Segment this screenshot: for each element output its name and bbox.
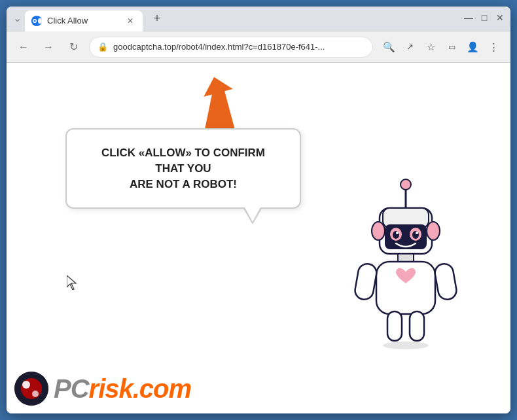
browser-tab[interactable]: Click Allow ✕ — [25, 10, 143, 31]
svg-rect-21 — [434, 262, 458, 301]
svg-point-17 — [427, 222, 440, 240]
svg-marker-29 — [67, 275, 76, 290]
tab-close-button[interactable]: ✕ — [124, 15, 136, 27]
search-icon[interactable]: 🔍 — [380, 38, 398, 56]
menu-icon[interactable]: ⋮ — [484, 38, 503, 56]
window-controls: — □ ✕ — [463, 12, 505, 26]
svg-rect-18 — [398, 254, 414, 262]
bookmark-icon[interactable]: ☆ — [421, 38, 440, 56]
url-bar[interactable]: 🔒 goodcaptcha.top/robot4/index.html?c=d1… — [89, 37, 373, 58]
svg-point-16 — [372, 222, 385, 240]
mouse-cursor — [67, 275, 79, 293]
tab-title: Click Allow — [47, 16, 119, 26]
svg-point-6 — [401, 179, 411, 190]
svg-rect-20 — [353, 262, 378, 301]
sidebar-icon[interactable]: ▭ — [442, 38, 461, 56]
bubble-text: CLICK «ALLOW» TO CONFIRM THAT YOU ARE NO… — [86, 145, 280, 192]
svg-rect-19 — [376, 262, 435, 314]
page-content: CLICK «ALLOW» TO CONFIRM THAT YOU ARE NO… — [7, 63, 510, 413]
share-icon[interactable]: ↗ — [401, 38, 419, 56]
svg-point-27 — [22, 381, 30, 389]
svg-point-2 — [34, 20, 36, 22]
svg-point-26 — [21, 378, 42, 399]
svg-rect-22 — [387, 311, 402, 341]
lock-icon: 🔒 — [98, 42, 108, 52]
back-button[interactable]: ← — [14, 38, 33, 56]
title-bar: ⌄ Click Allow ✕ + — □ ✕ — [7, 7, 510, 31]
svg-point-15 — [416, 232, 418, 234]
chevron-down-icon[interactable]: ⌄ — [12, 14, 22, 24]
close-button[interactable]: ✕ — [495, 12, 505, 23]
toolbar-icons: 🔍 ↗ ☆ ▭ 👤 ⋮ — [380, 38, 503, 56]
robot-illustration — [340, 175, 471, 361]
refresh-button[interactable]: ↻ — [64, 38, 82, 56]
profile-icon[interactable]: 👤 — [463, 38, 482, 56]
maximize-button[interactable]: □ — [479, 12, 490, 23]
svg-point-24 — [383, 341, 429, 349]
svg-point-14 — [396, 232, 399, 234]
browser-window: ⌄ Click Allow ✕ + — □ ✕ ← → ↻ 🔒 goodc — [7, 7, 510, 413]
new-tab-button[interactable]: + — [148, 10, 166, 28]
pcrisk-logo: PCrisk.com — [14, 372, 191, 406]
forward-button[interactable]: → — [39, 38, 58, 56]
svg-point-28 — [32, 391, 39, 397]
url-text: goodcaptcha.top/robot4/index.html?c=d161… — [113, 42, 365, 52]
pcrisk-icon — [14, 372, 48, 406]
tab-favicon — [31, 16, 42, 26]
pcrisk-text: PCrisk.com — [54, 374, 191, 404]
svg-rect-23 — [410, 311, 424, 341]
address-bar: ← → ↻ 🔒 goodcaptcha.top/robot4/index.htm… — [7, 31, 510, 63]
speech-bubble: CLICK «ALLOW» TO CONFIRM THAT YOU ARE NO… — [65, 128, 301, 209]
minimize-button[interactable]: — — [463, 12, 474, 23]
